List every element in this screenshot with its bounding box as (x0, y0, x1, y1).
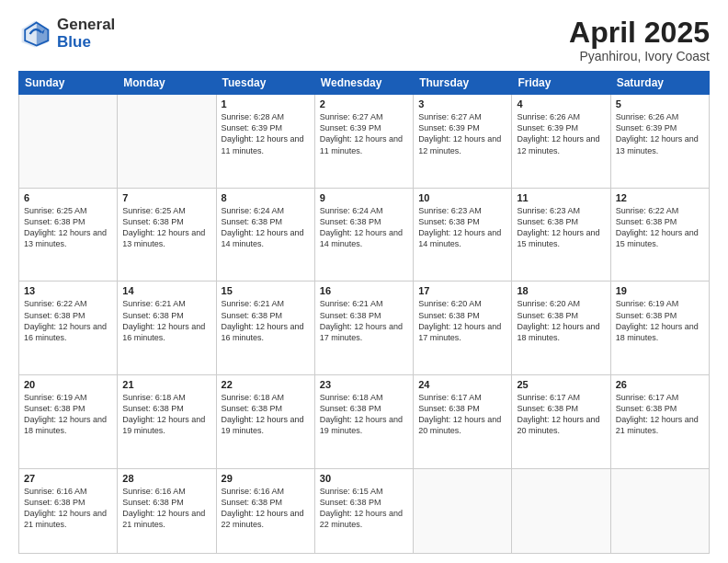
calendar-cell: 27Sunrise: 6:16 AMSunset: 6:38 PMDayligh… (19, 468, 118, 553)
week-row-4: 20Sunrise: 6:19 AMSunset: 6:38 PMDayligh… (19, 375, 710, 469)
title-block: April 2025 Pyanhirou, Ivory Coast (569, 17, 710, 63)
calendar-cell: 30Sunrise: 6:15 AMSunset: 6:38 PMDayligh… (314, 468, 413, 553)
calendar-cell: 10Sunrise: 6:23 AMSunset: 6:38 PMDayligh… (414, 188, 512, 282)
calendar-cell (118, 95, 216, 189)
calendar-subtitle: Pyanhirou, Ivory Coast (569, 49, 710, 63)
day-number: 25 (517, 379, 605, 390)
calendar-title: April 2025 (569, 17, 710, 49)
calendar-cell: 8Sunrise: 6:24 AMSunset: 6:38 PMDaylight… (216, 188, 314, 282)
day-number: 30 (320, 473, 408, 484)
header-sunday: Sunday (19, 72, 118, 95)
day-info: Sunrise: 6:18 AMSunset: 6:38 PMDaylight:… (320, 392, 408, 437)
calendar-cell: 13Sunrise: 6:22 AMSunset: 6:38 PMDayligh… (19, 282, 118, 375)
day-number: 13 (24, 285, 112, 296)
day-info: Sunrise: 6:24 AMSunset: 6:38 PMDaylight:… (222, 205, 310, 250)
day-info: Sunrise: 6:27 AMSunset: 6:39 PMDaylight:… (418, 111, 506, 156)
day-info: Sunrise: 6:17 AMSunset: 6:38 PMDaylight:… (616, 392, 704, 437)
calendar-cell: 26Sunrise: 6:17 AMSunset: 6:38 PMDayligh… (610, 375, 709, 469)
calendar-cell (19, 95, 118, 189)
day-info: Sunrise: 6:25 AMSunset: 6:38 PMDaylight:… (24, 205, 112, 250)
calendar-cell: 20Sunrise: 6:19 AMSunset: 6:38 PMDayligh… (19, 375, 118, 469)
day-number: 3 (418, 98, 506, 109)
day-info: Sunrise: 6:26 AMSunset: 6:39 PMDaylight:… (616, 111, 704, 156)
day-number: 15 (222, 285, 310, 296)
day-number: 18 (517, 285, 605, 296)
header-tuesday: Tuesday (216, 72, 314, 95)
day-number: 8 (222, 192, 310, 203)
day-info: Sunrise: 6:15 AMSunset: 6:38 PMDaylight:… (320, 486, 408, 531)
calendar-header: SundayMondayTuesdayWednesdayThursdayFrid… (19, 72, 710, 95)
logo-blue-text: Blue (57, 34, 115, 52)
day-info: Sunrise: 6:24 AMSunset: 6:38 PMDaylight:… (320, 205, 408, 250)
day-number: 6 (24, 192, 112, 203)
day-info: Sunrise: 6:26 AMSunset: 6:39 PMDaylight:… (517, 111, 605, 156)
calendar-cell (512, 468, 610, 553)
day-number: 11 (517, 192, 605, 203)
day-number: 22 (222, 379, 310, 390)
day-info: Sunrise: 6:16 AMSunset: 6:38 PMDaylight:… (122, 486, 210, 531)
day-number: 10 (418, 192, 506, 203)
day-info: Sunrise: 6:25 AMSunset: 6:38 PMDaylight:… (122, 205, 210, 250)
day-info: Sunrise: 6:18 AMSunset: 6:38 PMDaylight:… (222, 392, 310, 437)
day-number: 12 (616, 192, 704, 203)
calendar-cell: 15Sunrise: 6:21 AMSunset: 6:38 PMDayligh… (216, 282, 314, 375)
day-info: Sunrise: 6:19 AMSunset: 6:38 PMDaylight:… (24, 392, 112, 437)
calendar-cell: 19Sunrise: 6:19 AMSunset: 6:38 PMDayligh… (610, 282, 709, 375)
calendar-cell: 14Sunrise: 6:21 AMSunset: 6:38 PMDayligh… (118, 282, 216, 375)
calendar-cell: 12Sunrise: 6:22 AMSunset: 6:38 PMDayligh… (610, 188, 709, 282)
day-info: Sunrise: 6:20 AMSunset: 6:38 PMDaylight:… (418, 298, 506, 343)
calendar-cell: 22Sunrise: 6:18 AMSunset: 6:38 PMDayligh… (216, 375, 314, 469)
calendar-cell: 6Sunrise: 6:25 AMSunset: 6:38 PMDaylight… (19, 188, 118, 282)
day-number: 19 (616, 285, 704, 296)
calendar-cell: 2Sunrise: 6:27 AMSunset: 6:39 PMDaylight… (314, 95, 413, 189)
header-wednesday: Wednesday (314, 72, 413, 95)
day-number: 7 (122, 192, 210, 203)
day-info: Sunrise: 6:17 AMSunset: 6:38 PMDaylight:… (517, 392, 605, 437)
week-row-2: 6Sunrise: 6:25 AMSunset: 6:38 PMDaylight… (19, 188, 710, 282)
day-number: 9 (320, 192, 408, 203)
calendar-cell: 21Sunrise: 6:18 AMSunset: 6:38 PMDayligh… (118, 375, 216, 469)
header: General Blue April 2025 Pyanhirou, Ivory… (18, 17, 710, 63)
day-info: Sunrise: 6:21 AMSunset: 6:38 PMDaylight:… (222, 298, 310, 343)
calendar-cell: 1Sunrise: 6:28 AMSunset: 6:39 PMDaylight… (216, 95, 314, 189)
calendar-cell (414, 468, 512, 553)
calendar-cell: 25Sunrise: 6:17 AMSunset: 6:38 PMDayligh… (512, 375, 610, 469)
week-row-5: 27Sunrise: 6:16 AMSunset: 6:38 PMDayligh… (19, 468, 710, 553)
calendar-cell: 3Sunrise: 6:27 AMSunset: 6:39 PMDaylight… (414, 95, 512, 189)
calendar-cell: 9Sunrise: 6:24 AMSunset: 6:38 PMDaylight… (314, 188, 413, 282)
calendar-body: 1Sunrise: 6:28 AMSunset: 6:39 PMDaylight… (19, 95, 710, 554)
day-number: 29 (222, 473, 310, 484)
day-number: 24 (418, 379, 506, 390)
page: General Blue April 2025 Pyanhirou, Ivory… (0, 0, 728, 563)
day-info: Sunrise: 6:22 AMSunset: 6:38 PMDaylight:… (24, 298, 112, 343)
calendar-cell: 17Sunrise: 6:20 AMSunset: 6:38 PMDayligh… (414, 282, 512, 375)
day-info: Sunrise: 6:28 AMSunset: 6:39 PMDaylight:… (222, 111, 310, 156)
calendar-table: SundayMondayTuesdayWednesdayThursdayFrid… (18, 71, 710, 554)
day-number: 14 (122, 285, 210, 296)
week-row-3: 13Sunrise: 6:22 AMSunset: 6:38 PMDayligh… (19, 282, 710, 375)
day-number: 21 (122, 379, 210, 390)
day-info: Sunrise: 6:20 AMSunset: 6:38 PMDaylight:… (517, 298, 605, 343)
calendar-cell: 24Sunrise: 6:17 AMSunset: 6:38 PMDayligh… (414, 375, 512, 469)
logo: General Blue (18, 17, 115, 51)
header-saturday: Saturday (610, 72, 709, 95)
calendar-cell: 7Sunrise: 6:25 AMSunset: 6:38 PMDaylight… (118, 188, 216, 282)
calendar-cell: 18Sunrise: 6:20 AMSunset: 6:38 PMDayligh… (512, 282, 610, 375)
day-number: 5 (616, 98, 704, 109)
day-number: 23 (320, 379, 408, 390)
day-number: 4 (517, 98, 605, 109)
day-number: 26 (616, 379, 704, 390)
day-info: Sunrise: 6:19 AMSunset: 6:38 PMDaylight:… (616, 298, 704, 343)
calendar-cell: 29Sunrise: 6:16 AMSunset: 6:38 PMDayligh… (216, 468, 314, 553)
calendar-cell (610, 468, 709, 553)
calendar-cell: 23Sunrise: 6:18 AMSunset: 6:38 PMDayligh… (314, 375, 413, 469)
day-number: 2 (320, 98, 408, 109)
calendar-cell: 11Sunrise: 6:23 AMSunset: 6:38 PMDayligh… (512, 188, 610, 282)
day-info: Sunrise: 6:22 AMSunset: 6:38 PMDaylight:… (616, 205, 704, 250)
day-info: Sunrise: 6:16 AMSunset: 6:38 PMDaylight:… (24, 486, 112, 531)
day-number: 27 (24, 473, 112, 484)
logo-icon (18, 17, 51, 51)
day-info: Sunrise: 6:21 AMSunset: 6:38 PMDaylight:… (122, 298, 210, 343)
week-row-1: 1Sunrise: 6:28 AMSunset: 6:39 PMDaylight… (19, 95, 710, 189)
day-info: Sunrise: 6:17 AMSunset: 6:38 PMDaylight:… (418, 392, 506, 437)
